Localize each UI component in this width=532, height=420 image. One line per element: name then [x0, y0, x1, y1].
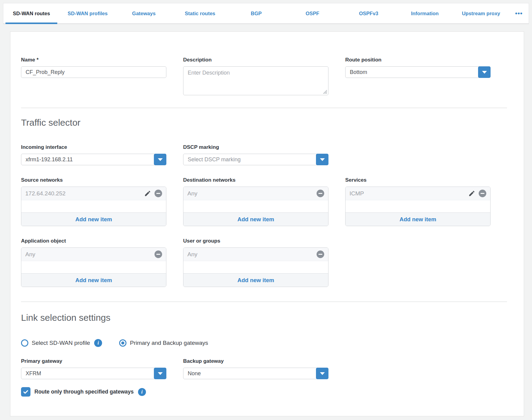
tab-ospfv3[interactable]: OSPFv3: [341, 3, 397, 23]
route-position-value: Bottom: [350, 69, 367, 75]
info-icon[interactable]: i: [138, 388, 146, 396]
list-item: 172.64.240.252: [21, 187, 166, 200]
primary-gateway-dropdown-button[interactable]: [154, 368, 166, 379]
radio-icon[interactable]: [119, 339, 126, 347]
services-group: Services ICMP Add new item: [345, 177, 491, 226]
list-item: Any: [183, 187, 328, 200]
add-new-item-button[interactable]: Add new item: [183, 273, 328, 287]
route-position-select[interactable]: Bottom: [345, 66, 491, 78]
route-only-label: Route only through specified gateways: [34, 389, 134, 395]
edit-pencil-icon[interactable]: [144, 190, 151, 197]
add-new-item-button[interactable]: Add new item: [21, 212, 166, 226]
description-textarea[interactable]: [183, 66, 328, 95]
application-object-list: Any Add new item: [21, 247, 166, 287]
tab-sdwan-routes[interactable]: SD-WAN routes: [3, 3, 59, 23]
incoming-interface-dropdown-button[interactable]: [154, 154, 166, 165]
route-only-checkbox-row: Route only through specified gateways i: [21, 387, 507, 397]
primary-gateway-value: XFRM: [26, 370, 41, 377]
dscp-marking-label: DSCP marking: [183, 144, 328, 151]
list-item-text: Any: [187, 251, 197, 258]
section-divider: [21, 302, 507, 302]
edit-pencil-icon[interactable]: [468, 190, 475, 197]
backup-gateway-select[interactable]: None: [183, 368, 328, 379]
tab-gateways[interactable]: Gateways: [116, 3, 172, 23]
name-label: Name *: [21, 57, 166, 63]
add-new-item-button[interactable]: Add new item: [346, 212, 490, 226]
list-item: Any: [21, 248, 166, 261]
route-position-field-group: Route position Bottom: [345, 57, 491, 78]
networks-row: Source networks 172.64.240.252 Add new i…: [21, 177, 507, 226]
backup-gateway-value: None: [188, 370, 201, 377]
incoming-interface-label: Incoming interface: [21, 144, 166, 151]
radio-label: Select SD-WAN profile: [32, 340, 90, 346]
name-field-group: Name *: [21, 57, 166, 78]
sdwan-route-form-card: Name * Description Route position Bottom: [10, 31, 524, 416]
user-groups-list: Any Add new item: [183, 247, 328, 287]
primary-gateway-label: Primary gateway: [21, 358, 166, 365]
backup-gateway-group: Backup gateway None: [183, 358, 328, 379]
more-tabs-icon[interactable]: •••: [509, 3, 529, 23]
tab-ospf[interactable]: OSPF: [284, 3, 340, 23]
info-icon[interactable]: i: [94, 339, 102, 347]
user-groups-label: User or groups: [183, 238, 328, 244]
dscp-marking-select[interactable]: Select DSCP marking: [183, 154, 328, 165]
remove-item-icon[interactable]: [154, 190, 162, 197]
gateways-row: Primary gateway XFRM Backup gateway None: [21, 358, 507, 379]
remove-item-icon[interactable]: [479, 190, 486, 197]
link-selection-title: Link selection settings: [21, 312, 507, 323]
tab-upstream-proxy[interactable]: Upstream proxy: [453, 3, 509, 23]
description-field-group: Description: [183, 57, 328, 95]
route-position-label: Route position: [345, 57, 491, 63]
list-empty-space: [21, 200, 166, 212]
application-object-label: Application object: [21, 238, 166, 244]
traffic-selector-title: Traffic selector: [21, 117, 507, 128]
dscp-marking-dropdown-button[interactable]: [316, 154, 328, 165]
tab-static-routes[interactable]: Static routes: [172, 3, 228, 23]
tab-sdwan-profiles[interactable]: SD-WAN profiles: [59, 3, 115, 23]
radio-label: Primary and Backup gateways: [130, 340, 208, 346]
chevron-down-icon: [158, 372, 163, 375]
radio-primary-backup-gateways[interactable]: Primary and Backup gateways: [119, 339, 208, 347]
application-user-row: Application object Any Add new item User…: [21, 238, 507, 287]
source-networks-group: Source networks 172.64.240.252 Add new i…: [21, 177, 166, 226]
remove-item-icon[interactable]: [317, 190, 324, 197]
primary-gateway-select[interactable]: XFRM: [21, 368, 166, 379]
list-empty-space: [21, 261, 166, 273]
list-item-text: Any: [187, 190, 197, 197]
resize-handle-icon[interactable]: [323, 89, 327, 94]
radio-icon[interactable]: [21, 339, 28, 347]
list-empty-space: [183, 261, 328, 273]
remove-item-icon[interactable]: [317, 250, 324, 258]
list-item-text: 172.64.240.252: [25, 190, 66, 197]
tab-information[interactable]: Information: [397, 3, 453, 23]
user-groups-group: User or groups Any Add new item: [183, 238, 328, 287]
route-position-dropdown-button[interactable]: [478, 66, 491, 78]
list-item: Any: [183, 248, 328, 261]
list-item-text: Any: [25, 251, 35, 258]
add-new-item-button[interactable]: Add new item: [183, 212, 328, 226]
interface-row: Incoming interface xfrm1-192.168.2.11 DS…: [21, 144, 507, 165]
list-empty-space: [346, 200, 490, 212]
destination-networks-list: Any Add new item: [183, 187, 328, 226]
radio-select-sdwan-profile[interactable]: Select SD-WAN profile i: [21, 339, 102, 347]
primary-gateway-group: Primary gateway XFRM: [21, 358, 166, 379]
incoming-interface-value: xfrm1-192.168.2.11: [26, 156, 73, 163]
add-new-item-button[interactable]: Add new item: [21, 273, 166, 287]
chevron-down-icon: [482, 71, 487, 74]
source-networks-list: 172.64.240.252 Add new item: [21, 187, 166, 226]
remove-item-icon[interactable]: [154, 250, 162, 258]
list-empty-space: [183, 200, 328, 212]
backup-gateway-dropdown-button[interactable]: [316, 368, 328, 379]
route-only-checkbox[interactable]: [21, 387, 30, 397]
services-list: ICMP Add new item: [345, 187, 491, 226]
name-input[interactable]: [21, 66, 166, 78]
incoming-interface-group: Incoming interface xfrm1-192.168.2.11: [21, 144, 166, 165]
incoming-interface-select[interactable]: xfrm1-192.168.2.11: [21, 154, 166, 165]
destination-networks-group: Destination networks Any Add new item: [183, 177, 328, 226]
chevron-down-icon: [320, 158, 325, 161]
tab-bar: SD-WAN routes SD-WAN profiles Gateways S…: [3, 3, 529, 24]
tab-bgp[interactable]: BGP: [228, 3, 284, 23]
description-label: Description: [183, 57, 328, 63]
backup-gateway-label: Backup gateway: [183, 358, 328, 365]
checkmark-icon: [23, 389, 29, 395]
